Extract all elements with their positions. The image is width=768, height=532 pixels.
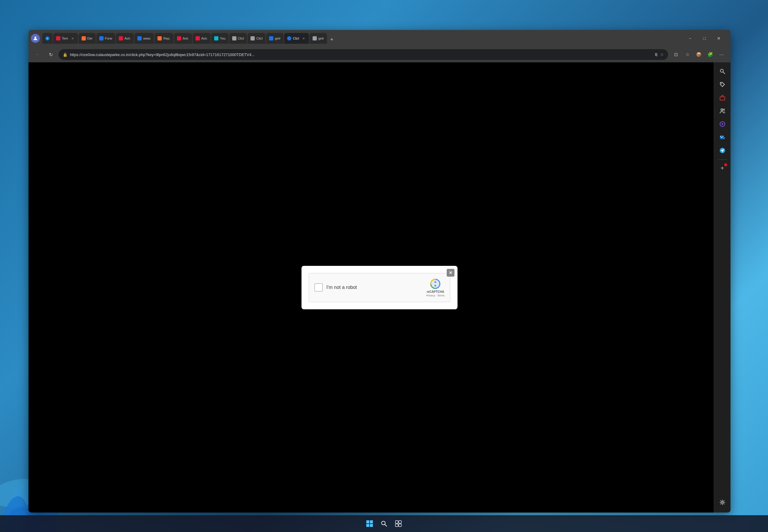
recaptcha-brand: reCAPTCHA (427, 290, 444, 293)
svg-rect-21 (370, 520, 373, 523)
taskbar (0, 515, 768, 532)
svg-line-10 (723, 72, 725, 74)
recaptcha-terms-link[interactable]: Terms (437, 294, 445, 297)
tab-favicon-6 (157, 36, 162, 40)
tab-favicon-8 (196, 36, 200, 40)
svg-rect-20 (366, 520, 369, 523)
recaptcha-checkbox[interactable] (314, 283, 323, 292)
tab-favicon-2 (82, 36, 86, 40)
toolbar: ← ↻ 🔒 https://nze0xw.culausleparke.co.in… (28, 47, 731, 62)
refresh-button[interactable]: ↻ (45, 49, 56, 60)
split-view-button[interactable]: ⊡ (671, 49, 681, 60)
tab-favicon-1 (56, 36, 60, 40)
tab-favicon-5 (137, 36, 141, 40)
back-icon: ← (35, 52, 40, 57)
sidebar-add-button[interactable]: + (716, 162, 728, 174)
sidebar-outlook-button[interactable] (716, 132, 728, 144)
tab-1[interactable]: Tem ✕ (53, 33, 78, 44)
more-icon: ⋯ (719, 52, 724, 57)
windows-logo-icon (366, 520, 373, 527)
tab-favicon-11 (251, 36, 255, 40)
tab-7[interactable]: Avir. (174, 33, 192, 44)
svg-point-19 (722, 501, 723, 503)
tab-close-13[interactable]: ✕ (301, 36, 306, 41)
svg-rect-23 (370, 524, 373, 527)
sidebar-tag-button[interactable] (716, 79, 728, 91)
svg-point-14 (723, 109, 725, 110)
recaptcha-label: I'm not a robot (326, 285, 423, 290)
svg-rect-17 (722, 137, 725, 139)
favorites-icon: ☆ (686, 52, 689, 57)
split-view-icon: ⊡ (674, 52, 678, 57)
sidebar-telegram-button[interactable] (716, 145, 728, 157)
tab-6[interactable]: Rep. (154, 33, 173, 44)
toolbox-icon (719, 95, 725, 102)
tab-14[interactable]: getr (310, 33, 327, 44)
url-text: https://nze0xw.culausleparke.co.in/click… (70, 52, 653, 57)
tab-label-9: You (220, 37, 226, 40)
tab-13-active[interactable]: Clicl ✕ (284, 33, 309, 44)
collections-button[interactable]: 📦 (693, 49, 704, 60)
lock-icon: 🔒 (63, 52, 67, 57)
recaptcha-logo-icon (430, 278, 441, 290)
tab-label-4: Avir. (124, 37, 131, 40)
svg-rect-27 (399, 521, 401, 523)
taskbar-taskview-button[interactable] (392, 517, 405, 530)
copilot-icon (719, 121, 725, 129)
tab-10[interactable]: Clicl (229, 33, 247, 44)
sidebar-search-button[interactable] (716, 66, 728, 78)
start-button[interactable] (363, 517, 376, 530)
sidebar-people-button[interactable] (716, 106, 728, 117)
star-icon[interactable]: ☆ (660, 52, 664, 57)
svg-line-25 (385, 525, 387, 526)
svg-point-13 (721, 109, 723, 111)
profile-icon[interactable] (31, 34, 40, 43)
taskbar-search-button[interactable] (377, 517, 391, 530)
edge-sidebar: + (714, 62, 731, 513)
tab-label-11: Clicl (256, 37, 263, 40)
favorites-button[interactable]: ☆ (682, 49, 693, 60)
recaptcha-privacy-link[interactable]: Privacy (426, 294, 435, 297)
window-controls: − □ ✕ (683, 34, 726, 43)
tab-4[interactable]: Avir. (116, 33, 134, 44)
telegram-icon (719, 147, 725, 155)
page-content: Click "Allow" to confirm that you are no… (28, 62, 731, 513)
svg-rect-12 (720, 97, 725, 100)
taskview-icon (395, 520, 402, 527)
tab-label-7: Avir. (183, 37, 189, 40)
tab-favicon-13 (287, 36, 291, 40)
tab-favicon: e (45, 36, 49, 40)
tab-close-1[interactable]: ✕ (70, 36, 75, 41)
tab-9[interactable]: You (211, 33, 229, 44)
tab-favicon-4 (119, 36, 123, 40)
tab-favicon-7 (177, 36, 181, 40)
tab-3[interactable]: Forw (96, 33, 115, 44)
minimize-button[interactable]: − (683, 34, 697, 43)
tab-8[interactable]: Avir. (193, 33, 211, 44)
tab-5[interactable]: www. (134, 33, 154, 44)
tab-11[interactable]: Clicl (248, 33, 266, 44)
new-tab-button[interactable]: + (328, 35, 336, 44)
sidebar-copilot-button[interactable] (716, 119, 728, 131)
tab-label-3: Forw (105, 37, 112, 40)
back-button[interactable]: ← (32, 49, 43, 60)
tab-bar: e Tem ✕ Der Forw Avir. www. (42, 33, 682, 44)
svg-point-11 (721, 83, 722, 84)
maximize-button[interactable]: □ (698, 34, 711, 43)
browser-window: e Tem ✕ Der Forw Avir. www. (28, 30, 731, 513)
tab-browser-icon[interactable]: e (42, 33, 52, 44)
sidebar-toolbox-button[interactable] (716, 92, 728, 104)
close-button[interactable]: ✕ (712, 34, 726, 43)
modal-close-button[interactable]: ✕ (447, 269, 454, 277)
tab-12[interactable]: getr (266, 33, 284, 44)
settings-icon (719, 499, 725, 507)
tab-2[interactable]: Der (79, 33, 96, 44)
people-icon (719, 108, 725, 115)
more-button[interactable]: ⋯ (716, 49, 727, 60)
extensions-button[interactable]: 🧩 (705, 49, 716, 60)
sidebar-divider (718, 159, 727, 160)
address-bar[interactable]: 🔒 https://nze0xw.culausleparke.co.in/cli… (58, 49, 668, 60)
sidebar-settings-button[interactable] (716, 497, 728, 509)
sidebar-bottom (716, 497, 728, 509)
tab-favicon-3 (99, 36, 103, 40)
